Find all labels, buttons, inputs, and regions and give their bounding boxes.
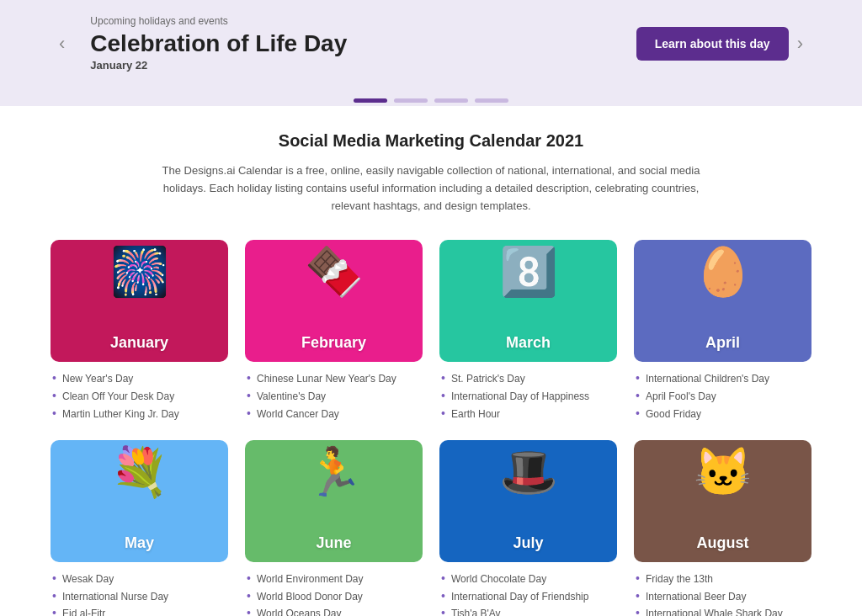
month-events-january: New Year's DayClean Off Your Desk DayMar… [51,370,228,422]
month-label-april: April [705,334,740,352]
dot-2[interactable] [394,98,428,103]
month-box-august: 🐱August [634,440,811,562]
month-box-june: 🏃June [245,440,423,562]
january-icon: 🎆 [110,248,169,295]
month-events-june: World Environment DayWorld Blood Donor D… [245,571,423,616]
april-icon: 🥚 [694,248,753,295]
calendar-title: Social Media Marketing Calendar 2021 [51,131,811,151]
month-card-february[interactable]: 🍫FebruaryChinese Lunar New Year's DayVal… [245,240,423,422]
month-events-july: World Chocolate DayInternational Day of … [439,571,617,616]
august-icon: 🐱 [694,449,753,496]
month-label-january: January [110,334,168,352]
month-card-may[interactable]: 💐MayWesak DayInternational Nurse DayEid … [51,440,228,616]
list-item: New Year's Day [51,370,228,388]
month-card-april[interactable]: 🥚AprilInternational Children's DayApril … [634,240,811,422]
may-icon: 💐 [110,449,169,496]
month-box-february: 🍫February [245,240,423,362]
month-box-april: 🥚April [634,240,811,362]
calendar-description: The Designs.ai Calendar is a free, onlin… [145,162,717,215]
dot-1[interactable] [354,98,387,103]
month-card-march[interactable]: 8️⃣MarchSt. Patrick's DayInternational D… [439,240,617,422]
month-box-january: 🎆January [51,240,228,362]
hero-cta-button[interactable]: Learn about this day [636,27,789,61]
list-item: April Fool's Day [634,388,811,406]
hero-subtitle: Upcoming holidays and events [90,15,619,27]
month-events-april: International Children's DayApril Fool's… [634,370,811,422]
list-item: World Cancer Day [245,406,423,423]
list-item: St. Patrick's Day [439,370,617,388]
list-item: International Nurse Day [51,588,228,606]
dot-3[interactable] [434,98,468,103]
month-label-may: May [125,534,154,552]
june-icon: 🏃 [305,449,364,496]
list-item: World Chocolate Day [439,571,617,588]
month-card-august[interactable]: 🐱AugustFriday the 13thInternational Beer… [634,440,811,616]
hero-prev-button[interactable]: ‹ [51,33,73,55]
list-item: Eid al-Fitr [51,605,228,616]
month-events-may: Wesak DayInternational Nurse DayEid al-F… [51,571,228,616]
hero-title: Celebration of Life Day [90,30,619,57]
dot-4[interactable] [475,98,508,103]
hero-next-button[interactable]: › [789,33,811,55]
march-icon: 8️⃣ [499,248,558,295]
list-item: International Children's Day [634,370,811,388]
list-item: Friday the 13th [634,571,811,588]
month-label-august: August [697,534,749,552]
months-grid: 🎆JanuaryNew Year's DayClean Off Your Des… [51,240,811,616]
month-label-march: March [506,334,551,352]
month-events-march: St. Patrick's DayInternational Day of Ha… [439,370,617,422]
list-item: Wesak Day [51,571,228,588]
list-item: Good Friday [634,406,811,423]
main-content: Social Media Marketing Calendar 2021 The… [0,106,862,616]
month-card-january[interactable]: 🎆JanuaryNew Year's DayClean Off Your Des… [51,240,228,422]
list-item: International Whale Shark Day [634,605,811,616]
list-item: Clean Off Your Desk Day [51,388,228,406]
list-item: World Oceans Day [245,605,423,616]
hero-date: January 22 [90,59,619,72]
month-box-march: 8️⃣March [439,240,617,362]
list-item: World Environment Day [245,571,423,588]
month-label-july: July [513,534,543,552]
list-item: International Day of Happiness [439,388,617,406]
list-item: International Day of Friendship [439,588,617,606]
month-events-august: Friday the 13thInternational Beer DayInt… [634,571,811,616]
month-card-july[interactable]: 🎩JulyWorld Chocolate DayInternational Da… [439,440,617,616]
list-item: World Blood Donor Day [245,588,423,606]
july-icon: 🎩 [499,449,558,496]
list-item: International Beer Day [634,588,811,606]
list-item: Earth Hour [439,406,617,423]
month-label-february: February [301,334,366,352]
month-events-february: Chinese Lunar New Year's DayValentine's … [245,370,423,422]
hero-dots [0,88,862,106]
month-card-june[interactable]: 🏃JuneWorld Environment DayWorld Blood Do… [245,440,423,616]
list-item: Valentine's Day [245,388,423,406]
hero-banner: ‹ Upcoming holidays and events Celebrati… [0,0,862,88]
hero-content: Upcoming holidays and events Celebration… [73,15,636,72]
list-item: Martin Luther King Jr. Day [51,406,228,423]
list-item: Chinese Lunar New Year's Day [245,370,423,388]
month-box-may: 💐May [51,440,228,562]
month-box-july: 🎩July [439,440,617,562]
month-label-june: June [316,534,351,552]
list-item: Tish'a B'Av [439,605,617,616]
february-icon: 🍫 [305,248,364,295]
